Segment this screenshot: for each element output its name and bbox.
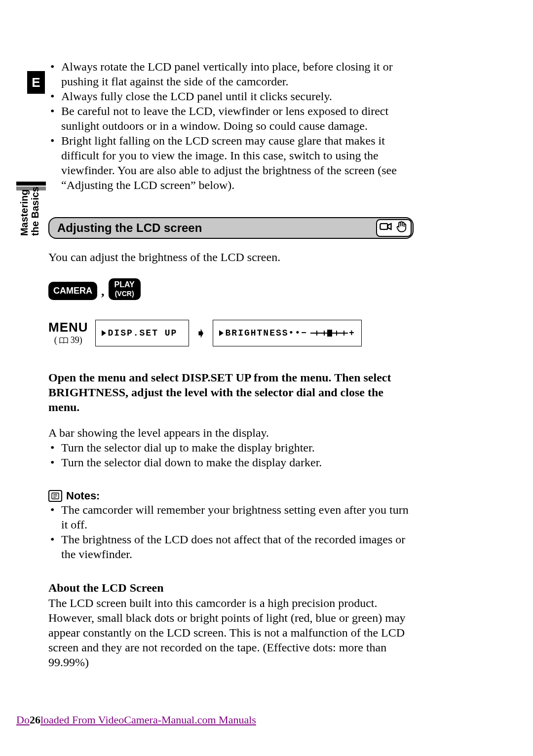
hand-icon: [395, 220, 409, 236]
section-title: Adjusting the LCD screen: [57, 221, 202, 235]
slider-minus: −: [301, 328, 307, 338]
list-item: Be careful not to leave the LCD, viewfin…: [61, 104, 414, 133]
camcorder-icon: [379, 220, 393, 236]
slider-plus: +: [349, 328, 355, 338]
content-column: Always rotate the LCD panel vertically i…: [48, 59, 414, 670]
list-item: Turn the selector dial down to make the …: [61, 455, 414, 470]
notes-icon: [48, 490, 62, 502]
footer-prefix: Do: [16, 714, 30, 726]
mode-badge-row: CAMERA , PLAY (VCR): [48, 278, 414, 300]
footer: Do26loaded From VideoCamera-Manual.com M…: [16, 714, 256, 726]
step2-dots: ••: [289, 328, 302, 338]
list-item: Turn the selector dial up to make the di…: [61, 440, 414, 455]
list-item: Bright light falling on the LCD screen m…: [61, 133, 414, 192]
camera-mode-badge: CAMERA: [48, 282, 97, 300]
intro-paragraph: You can adjust the brightness of the LCD…: [48, 250, 414, 265]
menu-block: MENU ( 39): [48, 320, 88, 346]
book-icon: [59, 336, 68, 346]
brightness-slider-icon: [309, 329, 349, 337]
language-tab: E: [27, 71, 45, 94]
list-item: Always fully close the LCD panel until i…: [61, 89, 414, 104]
about-heading: About the LCD Screen: [48, 581, 414, 595]
menu-label: MENU: [48, 320, 88, 335]
footer-middle: loaded From: [40, 714, 98, 726]
result-bullet-list: Turn the selector dial up to make the di…: [48, 440, 414, 470]
instruction-paragraph: Open the menu and select DISP.SET UP fro…: [48, 370, 414, 415]
step-box-brightness: BRIGHTNESS•• − +: [213, 320, 362, 346]
play-label: PLAY: [114, 280, 135, 289]
page-number: 26: [30, 714, 40, 726]
notes-label: Notes:: [66, 490, 100, 502]
arrow-icon: ➧: [196, 326, 206, 340]
comma-separator: ,: [101, 284, 105, 300]
ref-prefix: (: [54, 335, 60, 345]
menu-page-ref: ( 39): [48, 335, 88, 346]
notes-bullet-list: The camcorder will remember your brightn…: [48, 502, 414, 562]
side-tab-line2: the Basics: [30, 187, 40, 236]
vcr-label: (VCR): [114, 289, 135, 298]
section-mode-icons: [376, 219, 412, 237]
play-triangle-icon: [219, 330, 224, 336]
page: E Mastering the Basics Always rotate the…: [0, 0, 533, 756]
step-box-disp-setup: DISP.SET UP: [95, 320, 189, 346]
ref-page: 39: [71, 335, 79, 345]
notes-heading: Notes:: [48, 490, 414, 502]
svg-rect-0: [380, 224, 387, 229]
list-item: Always rotate the LCD panel vertically i…: [61, 59, 414, 89]
about-paragraph: The LCD screen built into this camcorder…: [48, 596, 414, 670]
section-header: Adjusting the LCD screen: [48, 217, 414, 239]
menu-flow-row: MENU ( 39) DISP.SET UP ➧ BRIGHTNESS•• − …: [48, 320, 414, 346]
list-item: The brightness of the LCD does not affec…: [61, 532, 414, 562]
svg-rect-5: [327, 330, 332, 337]
play-triangle-icon: [102, 330, 106, 336]
result-paragraph: A bar showing the level appears in the d…: [48, 425, 414, 440]
play-vcr-mode-badge: PLAY (VCR): [109, 278, 141, 300]
side-tab-accent-black: [16, 182, 46, 186]
step2-label: BRIGHTNESS: [226, 328, 289, 338]
side-tab-label: Mastering the Basics: [19, 187, 40, 236]
side-tab-line1: Mastering: [19, 189, 30, 236]
footer-link[interactable]: VideoCamera-Manual.com Manuals: [98, 714, 256, 726]
ref-suffix: ): [79, 335, 82, 345]
step1-label: DISP.SET UP: [108, 328, 178, 338]
list-item: The camcorder will remember your brightn…: [61, 502, 414, 532]
intro-bullet-list: Always rotate the LCD panel vertically i…: [48, 59, 414, 192]
